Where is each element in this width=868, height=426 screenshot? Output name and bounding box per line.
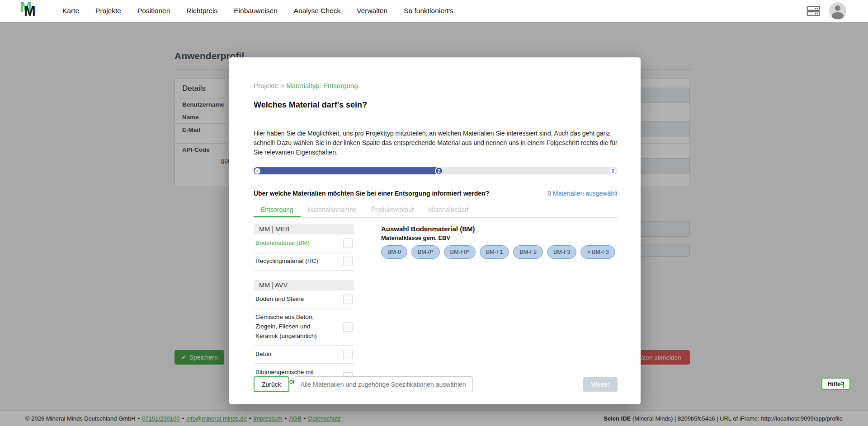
material-row-boden-und-steine[interactable]: Boden und Steine (254, 290, 354, 309)
tab-materialbedarf[interactable]: Materialbedarf (421, 202, 476, 217)
progress-fill (254, 167, 439, 174)
pill-bm-f3[interactable]: BM-F3 (547, 245, 577, 259)
pill-gt-bm-f3[interactable]: > BM-F3 (580, 245, 615, 259)
server-icon[interactable] (807, 6, 820, 16)
avatar-head (835, 5, 840, 11)
breadcrumb-root[interactable]: Projekte > (254, 82, 286, 89)
progress-step3-badge: 3 (609, 168, 616, 174)
mineral-minds-logo[interactable]: M M (19, 1, 39, 21)
group-header-mm-meb: MM | MEB (254, 224, 354, 234)
nav-item-positionen[interactable]: Positionen (137, 7, 170, 15)
user-avatar-icon[interactable] (829, 2, 846, 19)
nav-item-analyse-check[interactable]: Analyse Check (294, 7, 340, 15)
progress-step1-check-icon: ✓ (255, 168, 260, 174)
modal-title: Welches Material darf's sein? (254, 100, 618, 110)
checkbox-gemische[interactable] (343, 322, 353, 332)
pill-bm-0-star[interactable]: BM-0* (411, 245, 440, 259)
material-row-beton[interactable]: Beton (254, 346, 354, 364)
pill-bm-f1[interactable]: BM-F1 (480, 245, 509, 259)
selection-panel: Auswahl Bodenmaterial (BM) Materialklass… (381, 224, 618, 391)
material-row-gemische[interactable]: Gemische aus Beton, Ziegeln, Fliesen und… (254, 309, 354, 346)
selection-subtitle: Materialklasse gem. EBV (381, 234, 618, 241)
material-type-tabs: Entsorgung Materialannahme Produktverkau… (254, 202, 618, 218)
pill-bm-f0-star[interactable]: BM-F0* (444, 245, 476, 259)
nav-item-so-funktionierts[interactable]: So funktioniert's (404, 7, 453, 15)
breadcrumb-current: Materialtyp: Entsorgung (286, 82, 358, 89)
tab-entsorgung[interactable]: Entsorgung (254, 202, 301, 217)
tab-produktverkauf[interactable]: Produktverkauf (364, 202, 421, 217)
progress-step2-badge: 2 (435, 167, 443, 175)
tab-materialannahme[interactable]: Materialannahme (301, 202, 364, 217)
modal-footer: Zurück Alle Materialien und zugehörige S… (254, 376, 618, 392)
checkbox-boden-und-steine[interactable] (343, 295, 353, 304)
nav-item-richtpreis[interactable]: Richtpreis (186, 7, 217, 15)
help-button[interactable]: Hilfe? (821, 378, 850, 390)
question-row: Über welche Materialien möchten Sie bei … (254, 190, 618, 197)
group-header-mm-avv: MM | AVV (254, 280, 354, 290)
top-navbar: M M Karte Projekte Positionen Richtpreis… (0, 0, 868, 22)
nav-item-projekte[interactable]: Projekte (95, 7, 121, 15)
modal-description: Hier haben Sie die Möglichkeit, uns pro … (254, 129, 618, 157)
selected-count-link[interactable]: 0 Materialien ausgewählt (547, 190, 618, 197)
next-button-disabled[interactable]: Weiter (583, 377, 618, 392)
progress-bar: ✓ 2 3 (254, 167, 618, 174)
material-selection-modal: Projekte > Materialtyp: Entsorgung Welch… (229, 57, 641, 404)
checkbox-recyclingmaterial[interactable] (343, 257, 353, 266)
nav-right-icons (807, 2, 868, 19)
breadcrumb: Projekte > Materialtyp: Entsorgung (254, 82, 618, 89)
nav-item-karte[interactable]: Karte (62, 7, 79, 15)
nav-menu: Karte Projekte Positionen Richtpreis Ein… (62, 7, 453, 15)
pill-bm-0[interactable]: BM-0 (381, 245, 407, 259)
checkbox-beton[interactable] (343, 350, 353, 359)
pill-bm-f2[interactable]: BM-F2 (513, 245, 543, 259)
material-list: MM | MEB Bodenmaterial (BM) Recyclingmat… (254, 224, 354, 391)
material-class-pills: BM-0 BM-0* BM-F0* BM-F1 BM-F2 BM-F3 > BM… (381, 245, 618, 259)
select-all-button[interactable]: Alle Materialien und zugehörige Spezifik… (294, 376, 473, 392)
avatar-body (832, 12, 844, 19)
material-row-bodenmaterial[interactable]: Bodenmaterial (BM) (254, 234, 354, 253)
checkbox-bodenmaterial[interactable] (343, 239, 353, 248)
modal-content: MM | MEB Bodenmaterial (BM) Recyclingmat… (254, 224, 618, 391)
nav-item-einbauweisen[interactable]: Einbauweisen (234, 7, 278, 15)
logo-m-black: M (24, 3, 36, 19)
material-row-recyclingmaterial[interactable]: Recyclingmaterial (RC) (254, 253, 354, 271)
nav-item-verwalten[interactable]: Verwalten (357, 7, 387, 15)
back-button[interactable]: Zurück (254, 376, 289, 392)
question-text: Über welche Materialien möchten Sie bei … (254, 190, 489, 197)
selection-title: Auswahl Bodenmaterial (BM) (381, 225, 618, 233)
